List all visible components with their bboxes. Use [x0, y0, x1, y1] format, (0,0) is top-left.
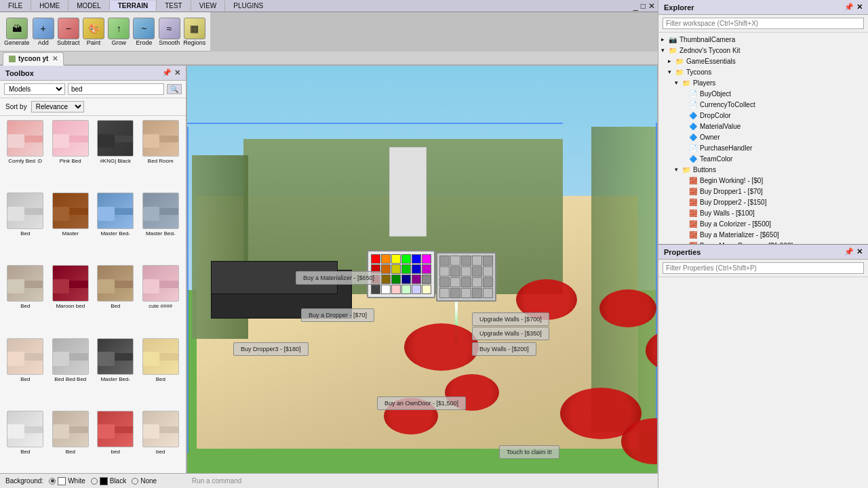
btn-upgrade-walls-2[interactable]: Upgrade Walls - [$350] — [472, 327, 549, 340]
grid-panel[interactable] — [436, 252, 496, 302]
bg-black-option[interactable]: Black — [91, 477, 126, 485]
toolbox-item-6[interactable]: Master Bed- — [94, 192, 137, 262]
tree-item-6[interactable]: 📄 CurrencyToCollect — [658, 99, 868, 110]
toolbox-close-btn[interactable]: ✕ — [174, 68, 180, 77]
tree-item-7[interactable]: 🔷 DropColor — [658, 110, 868, 121]
color-cell[interactable] — [422, 264, 431, 274]
toolbox-item-9[interactable]: Maroon bed — [50, 265, 92, 335]
tree-item-8[interactable]: 🔷 MaterialValue — [658, 121, 868, 131]
model-type-select[interactable]: Models — [4, 83, 65, 95]
color-cell[interactable] — [381, 254, 391, 264]
toolbox-item-1[interactable]: Pink Bed — [50, 120, 92, 190]
bg-white-option[interactable]: White — [49, 477, 85, 485]
toolbox-item-5[interactable]: Master — [50, 192, 92, 262]
btn-buy-dropper[interactable]: Buy a Dropper - [$70] — [301, 308, 374, 322]
btn-buy-dropper3[interactable]: Buy Dropper3 - [$180] — [233, 342, 309, 356]
tree-arrow[interactable]: ▾ — [675, 166, 682, 173]
tab-tycoon[interactable]: tycoon yt ✕ — [3, 52, 64, 66]
top-tab-plugins[interactable]: PLUGINS — [225, 1, 271, 11]
explorer-close-btn[interactable]: ✕ — [856, 3, 863, 12]
toolbox-item-2[interactable]: #KNG| Black — [94, 120, 137, 190]
tree-arrow[interactable]: ▾ — [668, 68, 675, 75]
btn-touch-claim[interactable]: Touch to claim it! — [499, 445, 559, 459]
btn-buy-walls[interactable]: Buy Walls - [$200] — [472, 342, 536, 356]
color-cell[interactable] — [401, 254, 411, 264]
color-cell[interactable] — [391, 285, 401, 294]
toolbox-item-19[interactable]: bed — [140, 411, 182, 481]
tree-item-0[interactable]: ▸ 📷 ThumbnailCamera — [658, 34, 868, 45]
tab-close-icon[interactable]: ✕ — [52, 55, 58, 62]
top-tab-test[interactable]: TEST — [157, 1, 191, 11]
smooth-button[interactable]: ≈ Smooth — [158, 18, 181, 46]
tree-item-18[interactable]: 🧱 Buy a Materializer - [$650] — [658, 229, 868, 240]
color-cell[interactable] — [401, 285, 411, 294]
toolbox-item-12[interactable]: Bed — [4, 338, 47, 408]
tree-item-5[interactable]: 📄 BuyObject — [658, 88, 868, 99]
tree-item-13[interactable]: 🧱 Begin Working! - [$0] — [658, 175, 868, 186]
toolbox-pin-btn[interactable]: 📌 — [162, 68, 172, 77]
color-cell[interactable] — [391, 264, 401, 274]
color-cell[interactable] — [422, 274, 431, 284]
regions-button[interactable]: ▦ Regions — [183, 18, 206, 46]
color-cell[interactable] — [422, 254, 431, 264]
toolbox-item-10[interactable]: Bed — [94, 265, 137, 335]
tree-arrow[interactable]: ▸ — [668, 58, 675, 64]
maximize-btn[interactable]: □ — [641, 1, 646, 11]
toolbox-item-16[interactable]: Bed — [4, 411, 47, 481]
tree-item-2[interactable]: ▸ 📁 GameEssentials — [658, 56, 868, 66]
search-button[interactable]: 🔍 — [167, 84, 182, 94]
bg-none-radio[interactable] — [132, 478, 138, 485]
subtract-button[interactable]: − Subtract — [57, 18, 80, 46]
tree-item-15[interactable]: 🧱 Buy Dropper2 - [$150] — [658, 197, 868, 207]
color-cell[interactable] — [412, 274, 421, 284]
toolbox-item-15[interactable]: Bed — [140, 338, 182, 408]
explorer-pin-btn[interactable]: 📌 — [844, 3, 854, 12]
tree-item-16[interactable]: 🧱 Buy Walls - [$100] — [658, 207, 868, 218]
btn-buy-owndoor[interactable]: Buy an OwnDoor - [$1,500] — [377, 396, 466, 410]
toolbox-item-11[interactable]: cute #### — [140, 265, 182, 335]
properties-pin-btn[interactable]: 📌 — [844, 247, 854, 256]
properties-close-btn[interactable]: ✕ — [856, 247, 863, 256]
color-cell[interactable] — [381, 274, 391, 284]
explorer-search-input[interactable] — [663, 18, 864, 29]
erode-button[interactable]: ~ Erode — [132, 18, 155, 46]
bg-white-radio[interactable] — [49, 478, 56, 485]
tree-item-10[interactable]: 📄 PurchaseHandler — [658, 142, 868, 153]
btn-buy-materializer[interactable]: Buy a Materializer - [$650] — [296, 271, 382, 285]
tree-arrow[interactable]: ▾ — [675, 79, 682, 86]
bg-black-radio[interactable] — [91, 478, 98, 485]
toolbox-item-8[interactable]: Bed — [4, 265, 47, 335]
color-cell[interactable] — [412, 285, 421, 294]
color-cell[interactable] — [371, 285, 380, 294]
toolbox-item-3[interactable]: Bed Room — [140, 120, 182, 190]
btn-upgrade-walls-1[interactable]: Upgrade Walls - [$700] — [472, 312, 549, 326]
color-cell[interactable] — [381, 285, 391, 294]
tree-item-14[interactable]: 🧱 Buy Dropper1 - [$70] — [658, 186, 868, 197]
minimize-btn[interactable]: _ — [633, 1, 638, 11]
top-tab-file[interactable]: FILE — [0, 1, 31, 11]
add-button[interactable]: + Add — [32, 18, 55, 46]
top-tab-view[interactable]: VIEW — [191, 1, 226, 11]
top-tab-terrain[interactable]: TERRAIN — [110, 1, 157, 11]
tree-item-3[interactable]: ▾ 📁 Tycoons — [658, 66, 868, 77]
color-cell[interactable] — [412, 264, 421, 274]
tree-item-1[interactable]: ▾ 📁 Zednov's Tycoon Kit — [658, 45, 868, 56]
tree-item-17[interactable]: 🧱 Buy a Colorizer - [$500] — [658, 218, 868, 229]
color-cell[interactable] — [412, 254, 421, 264]
toolbox-item-17[interactable]: Bed — [50, 411, 92, 481]
bg-none-option[interactable]: None — [132, 477, 157, 485]
close-btn[interactable]: ✕ — [648, 1, 655, 11]
color-cell[interactable] — [401, 264, 411, 274]
toolbox-item-4[interactable]: Bed — [4, 192, 47, 262]
color-cell[interactable] — [371, 254, 380, 264]
color-cell[interactable] — [381, 264, 391, 274]
tree-item-11[interactable]: 🔷 TeamColor — [658, 153, 868, 164]
top-tab-model[interactable]: MODEL — [68, 1, 110, 11]
tree-item-12[interactable]: ▾ 📁 Buttons — [658, 164, 868, 175]
tree-item-9[interactable]: 🔷 Owner — [658, 131, 868, 142]
toolbox-item-14[interactable]: Master Bed- — [94, 338, 137, 408]
properties-search-input[interactable] — [663, 262, 864, 274]
toolbox-item-13[interactable]: Bed Bed Bed — [50, 338, 92, 408]
tree-arrow[interactable]: ▸ — [661, 36, 668, 43]
color-cell[interactable] — [391, 254, 401, 264]
